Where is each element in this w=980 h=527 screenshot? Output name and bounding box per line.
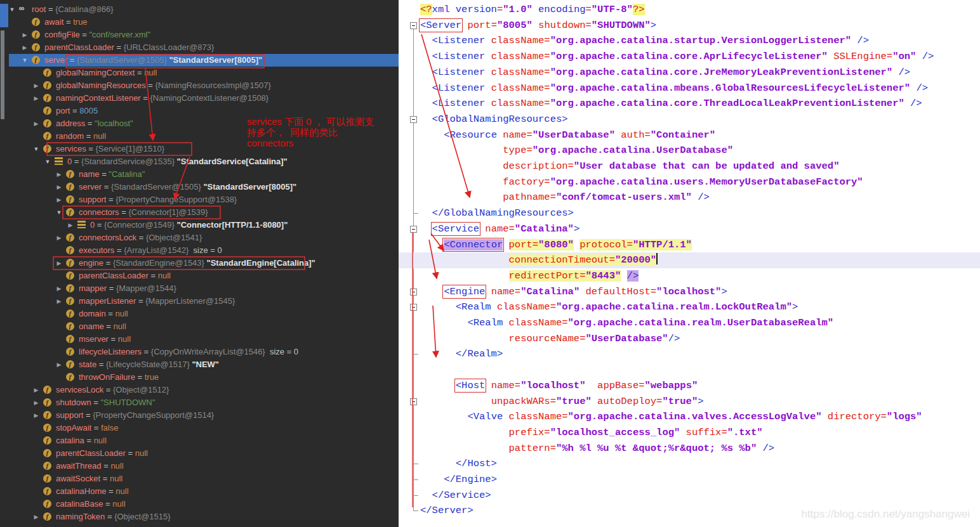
tree-row-parentClassLoader[interactable]: fparentClassLoader = null [9, 447, 399, 460]
tree-row-mapperListener[interactable]: ▶fmapperListener = {MapperListener@1545} [9, 295, 399, 308]
tree-row-0[interactable]: ▼0 = {StandardService@1535} "StandardSer… [9, 155, 399, 168]
code-line[interactable]: <Listener className="org.apache.catalina… [420, 81, 928, 96]
tree-row-await[interactable]: fawait = true [9, 16, 399, 29]
tree-row-oname[interactable]: foname = null [9, 320, 399, 333]
tree-row-server[interactable]: ▶fserver = {StandardServer@1505} "Standa… [9, 181, 399, 193]
expand-toggle-icon[interactable]: ▶ [20, 41, 29, 54]
tree-row-parentClassLoader[interactable]: ▶fparentClassLoader = {URLClassLoader@87… [9, 41, 399, 54]
tree-row-state[interactable]: ▶fstate = {LifecycleState@1517} "NEW" [9, 358, 399, 371]
expand-toggle-icon[interactable]: ▼ [20, 54, 29, 67]
code-line[interactable]: </GlobalNamingResources> [420, 205, 574, 221]
tree-row-support[interactable]: ▶fsupport = {PropertyChangeSupport@1514} [9, 409, 399, 422]
code-line[interactable]: <Valve className="org.apache.catalina.va… [420, 409, 922, 425]
fold-toggle[interactable] [410, 226, 417, 233]
code-line[interactable]: resourceName="UserDatabase"/> [420, 331, 680, 347]
code-line[interactable]: <GlobalNamingResources> [420, 112, 568, 127]
tree-row-globalNamingContext[interactable]: fglobalNamingContext = null [9, 67, 399, 79]
code-line[interactable]: redirectPort="8443" /> [420, 268, 639, 284]
code-line[interactable]: description="User database that can be u… [420, 159, 839, 174]
tree-row-lifecycleListeners[interactable]: flifecycleListeners = {CopyOnWriteArrayL… [9, 346, 399, 358]
tree-row-awaitThread[interactable]: fawaitThread = null [9, 460, 399, 472]
expand-toggle-icon[interactable]: ▶ [55, 358, 63, 371]
code-line[interactable]: pathname="conf/tomcat-users.xml" /> [420, 190, 710, 205]
expand-toggle-icon[interactable]: ▶ [55, 282, 63, 295]
code-line[interactable]: <Engine name="Catalina" defaultHost="loc… [420, 284, 727, 300]
code-line[interactable]: <Server port="8005" shutdown="SHUTDOWN"> [420, 18, 656, 34]
code-line[interactable]: prefix="localhost_access_log" suffix=".t… [420, 425, 763, 441]
code-line[interactable]: <Listener className="org.apache.catalina… [420, 96, 922, 112]
expand-toggle-icon[interactable]: ▶ [20, 29, 29, 41]
tree-row-stopAwait[interactable]: fstopAwait = false [9, 422, 399, 434]
code-line[interactable]: </Server> [420, 503, 473, 519]
tree-row-mapper[interactable]: ▶fmapper = {Mapper@1544} [9, 282, 399, 295]
code-line[interactable]: unpackWARs="true" autoDeploy="true"> [420, 394, 704, 410]
fold-toggle[interactable] [410, 304, 417, 311]
tree-row-mserver[interactable]: fmserver = null [9, 333, 399, 346]
tree-row-shutdown[interactable]: ▶fshutdown = "SHUTDOWN" [9, 396, 399, 409]
tree-row-catalinaBase[interactable]: fcatalinaBase = null [9, 498, 399, 511]
expand-toggle-icon[interactable]: ▼ [43, 155, 52, 168]
code-line[interactable]: connectionTimeout="20000" [420, 252, 658, 268]
tree-row-namingContextListener[interactable]: ▶fnamingContextListener = {NamingContext… [9, 92, 399, 105]
code-line[interactable]: </Realm> [420, 346, 503, 362]
tree-row-connectors[interactable]: ▼fconnectors = {Connector[1]@1539} [9, 206, 399, 219]
tree-row-support[interactable]: ▶fsupport = {PropertyChangeSupport@1538} [9, 193, 399, 206]
code-line[interactable]: </Host> [420, 456, 497, 472]
code-line[interactable]: pattern="%h %l %u %t &quot;%r&quot; %s %… [420, 441, 774, 457]
tree-row-root[interactable]: ▼∞root = {Catalina@866} [9, 3, 399, 16]
code-line[interactable]: <?xml version="1.0" encoding="UTF-8"?> [420, 2, 645, 18]
expand-toggle-icon[interactable]: ▶ [32, 409, 41, 422]
code-line[interactable]: <Listener className="org.apache.catalina… [420, 49, 934, 65]
tree-row-configFile[interactable]: ▶fconfigFile = "conf/server.xml" [9, 29, 399, 41]
tree-row-domain[interactable]: fdomain = null [9, 308, 399, 320]
tree-row-globalNamingResources[interactable]: ▶fglobalNamingResources = {NamingResourc… [9, 79, 399, 92]
tree-row-0[interactable]: ▶0 = {Connector@1549} "Connector[HTTP/1.… [9, 219, 399, 231]
tree-row-connectorsLock[interactable]: ▶fconnectorsLock = {Object@1541} [9, 231, 399, 244]
expand-toggle-icon[interactable]: ▶ [55, 181, 63, 193]
tree-row-executors[interactable]: fexecutors = {ArrayList@1542} size = 0 [9, 244, 399, 257]
code-line[interactable]: factory="org.apache.catalina.users.Memor… [420, 174, 863, 190]
expand-toggle-icon[interactable]: ▼ [55, 206, 63, 219]
expand-toggle-icon[interactable]: ▶ [32, 92, 41, 105]
code-line[interactable]: </Service> [420, 488, 491, 504]
expand-toggle-icon[interactable]: ▶ [55, 231, 63, 244]
tree-row-port[interactable]: fport = 8005 [9, 105, 399, 117]
tree-row-catalina[interactable]: fcatalina = null [9, 434, 399, 447]
code-line[interactable]: <Resource name="UserDatabase" auth="Cont… [420, 127, 715, 143]
code-line[interactable]: <Host name="localhost" appBase="webapps" [420, 378, 698, 394]
tree-row-throwOnFailure[interactable]: fthrowOnFailure = true [9, 371, 399, 384]
fold-toggle[interactable] [410, 116, 417, 123]
expand-toggle-icon[interactable]: ▶ [32, 117, 41, 130]
tree-row-awaitSocket[interactable]: fawaitSocket = null [9, 472, 399, 485]
expand-toggle-icon[interactable]: ▼ [8, 3, 17, 16]
expand-toggle-icon[interactable]: ▼ [32, 143, 41, 155]
code-line[interactable]: <Realm className="org.apache.catalina.re… [420, 299, 798, 315]
code-line[interactable]: <Connector port="8080" protocol="HTTP/1.… [420, 237, 692, 253]
code-line[interactable]: <Listener className="org.apache.catalina… [420, 33, 869, 49]
tree-row-server[interactable]: ▼fserver = {StandardServer@1505} "Standa… [9, 54, 399, 67]
expand-toggle-icon[interactable]: ▶ [32, 384, 41, 396]
tree-row-name[interactable]: ▶fname = "Catalina" [9, 168, 399, 181]
expand-toggle-icon[interactable]: ▶ [32, 511, 41, 523]
code-line[interactable]: <Service name="Catalina"> [420, 221, 579, 237]
expand-toggle-icon[interactable]: ▶ [55, 295, 63, 308]
tree-row-parentClassLoader[interactable]: fparentClassLoader = null [9, 270, 399, 282]
expand-toggle-icon[interactable]: ▶ [55, 193, 63, 206]
expand-toggle-icon[interactable]: ▶ [55, 257, 63, 270]
tree-row-servicesLock[interactable]: ▶fservicesLock = {Object@1512} [9, 384, 399, 396]
tree-row-catalinaHome[interactable]: fcatalinaHome = null [9, 485, 399, 498]
fold-toggle[interactable] [410, 289, 417, 296]
left-scrollbar-thumb[interactable] [1, 30, 4, 119]
expand-toggle-icon[interactable]: ▶ [66, 219, 75, 231]
fold-toggle[interactable] [410, 398, 417, 405]
code-line[interactable]: <Realm className="org.apache.catalina.re… [420, 315, 833, 331]
expand-toggle-icon[interactable]: ▶ [32, 396, 41, 409]
code-line[interactable]: type="org.apache.catalina.UserDatabase" [420, 143, 733, 159]
code-line[interactable]: <Listener className="org.apache.catalina… [420, 65, 910, 81]
expand-toggle-icon[interactable]: ▶ [55, 168, 63, 181]
fold-toggle[interactable] [410, 22, 417, 29]
tree-row-namingToken[interactable]: ▶fnamingToken = {Object@1515} [9, 511, 399, 523]
code-line[interactable]: </Engine> [420, 472, 497, 488]
expand-toggle-icon[interactable]: ▶ [32, 79, 41, 92]
tree-row-engine[interactable]: ▶fengine = {StandardEngine@1543} "Standa… [9, 257, 399, 270]
